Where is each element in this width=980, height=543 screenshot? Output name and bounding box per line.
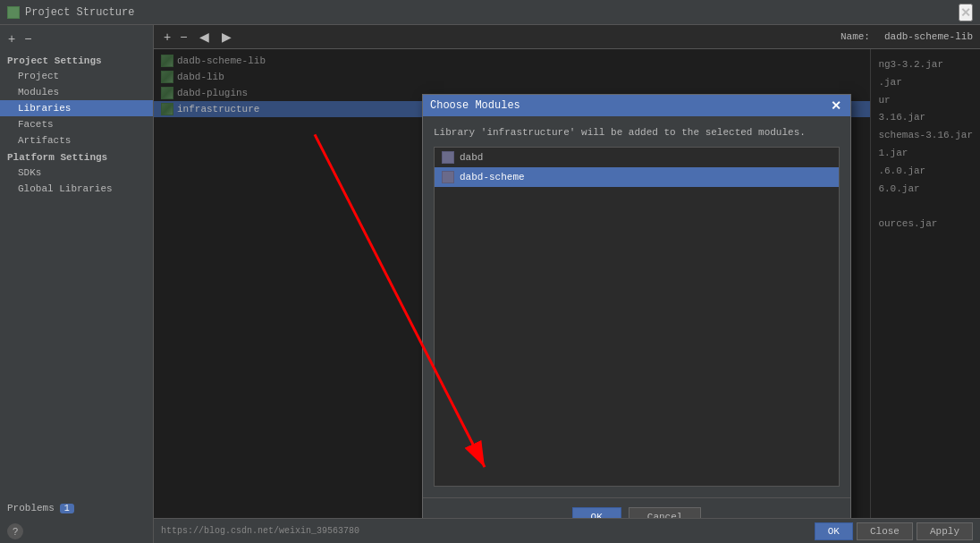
sidebar-item-libraries[interactable]: Libraries bbox=[0, 100, 153, 116]
project-settings-section: Project Settings bbox=[0, 52, 153, 68]
sidebar-item-artifacts[interactable]: Artifacts bbox=[0, 132, 153, 148]
modal-overlay: Choose Modules ✕ Library 'infrastructure… bbox=[154, 49, 980, 543]
name-label: Name: bbox=[841, 31, 870, 42]
title-bar: Project Structure ✕ bbox=[0, 0, 980, 25]
module-item-dabd[interactable]: dabd bbox=[435, 148, 839, 167]
modal-message: Library 'infrastructure' will be added t… bbox=[434, 127, 840, 138]
sidebar-item-global-libraries[interactable]: Global Libraries bbox=[0, 181, 153, 197]
sidebar: + − Project Settings Project Modules Lib… bbox=[0, 25, 154, 543]
module-list[interactable]: dabd dabd-scheme bbox=[434, 147, 840, 487]
content-area: + − ◀ ▶ Name: dadb-scheme-lib dadb-schem… bbox=[154, 25, 980, 543]
sidebar-item-modules[interactable]: Modules bbox=[0, 84, 153, 100]
problems-row: Problems 1 bbox=[0, 500, 153, 516]
main-container: + − Project Settings Project Modules Lib… bbox=[0, 25, 980, 543]
problems-badge: 1 bbox=[60, 504, 74, 513]
modal-body: Library 'infrastructure' will be added t… bbox=[423, 116, 850, 497]
ok-button[interactable]: OK bbox=[815, 522, 853, 540]
url-text: https://blog.csdn.net/weixin_39563780 bbox=[161, 526, 359, 536]
back-button[interactable]: ◀ bbox=[197, 29, 212, 45]
modal-title-bar: Choose Modules ✕ bbox=[423, 95, 850, 116]
apply-button[interactable]: Apply bbox=[917, 522, 973, 540]
module-label: dabd bbox=[460, 152, 483, 163]
sidebar-item-project[interactable]: Project bbox=[0, 68, 153, 84]
platform-settings-section: Platform Settings bbox=[0, 148, 153, 165]
remove-button[interactable]: − bbox=[21, 30, 34, 47]
name-value: dadb-scheme-lib bbox=[884, 31, 973, 42]
nav-arrows: + − bbox=[161, 29, 190, 45]
add-lib-button[interactable]: + bbox=[161, 29, 173, 45]
add-button[interactable]: + bbox=[5, 30, 18, 47]
window-close-button[interactable]: ✕ bbox=[959, 4, 973, 21]
sidebar-item-sdks[interactable]: SDKs bbox=[0, 165, 153, 181]
problems-label: Problems bbox=[7, 503, 55, 513]
modal-close-button[interactable]: ✕ bbox=[829, 98, 843, 113]
forward-button[interactable]: ▶ bbox=[219, 29, 234, 45]
remove-lib-button[interactable]: − bbox=[177, 29, 190, 45]
content-toolbar: + − ◀ ▶ Name: dadb-scheme-lib bbox=[154, 25, 980, 49]
app-icon bbox=[7, 6, 20, 19]
modal-title: Choose Modules bbox=[430, 99, 520, 112]
title-bar-left: Project Structure bbox=[7, 6, 134, 19]
help-button[interactable]: ? bbox=[7, 523, 23, 539]
sidebar-item-facets[interactable]: Facets bbox=[0, 116, 153, 132]
choose-modules-dialog: Choose Modules ✕ Library 'infrastructure… bbox=[422, 94, 851, 537]
close-button[interactable]: Close bbox=[857, 522, 913, 540]
module-icon bbox=[442, 171, 454, 183]
module-item-dabd-scheme[interactable]: dabd-scheme bbox=[435, 167, 839, 187]
window-title: Project Structure bbox=[25, 6, 134, 19]
sidebar-toolbar: + − bbox=[0, 29, 153, 48]
module-label: dabd-scheme bbox=[460, 172, 525, 182]
bottom-bar: https://blog.csdn.net/weixin_39563780 OK… bbox=[154, 518, 980, 543]
module-icon bbox=[442, 151, 454, 164]
